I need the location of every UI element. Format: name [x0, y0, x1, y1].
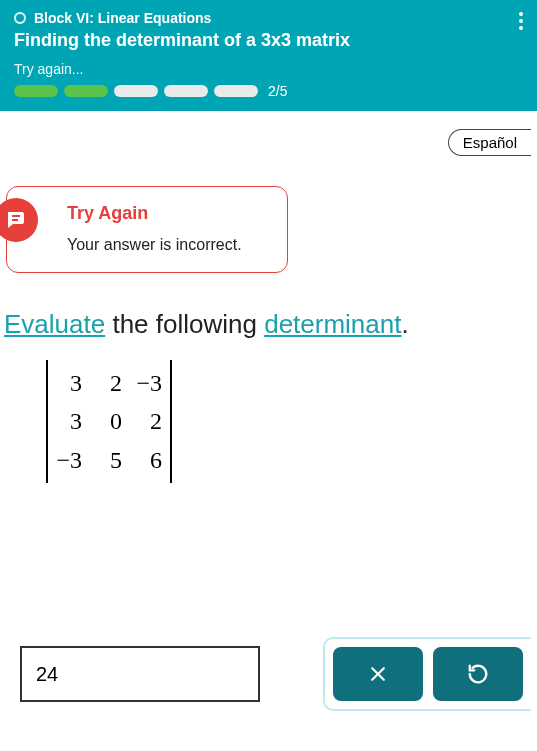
matrix-row: 3 0 2 — [56, 402, 162, 440]
progress-segment — [114, 85, 158, 97]
header-status-text: Try again... — [14, 61, 523, 77]
question-prompt: Evaluate the following determinant. — [0, 309, 537, 340]
prompt-text: the following — [105, 309, 264, 339]
close-icon — [368, 664, 388, 684]
answer-value: 24 — [36, 663, 58, 686]
term-link-evaluate[interactable]: Evaluate — [4, 309, 105, 339]
clear-button[interactable] — [333, 647, 423, 701]
reset-icon — [467, 663, 489, 685]
term-link-determinant[interactable]: determinant — [264, 309, 401, 339]
progress-segment — [64, 85, 108, 97]
feedback-message: Your answer is incorrect. — [67, 236, 265, 254]
block-status-icon — [14, 12, 26, 24]
matrix-cell: −3 — [136, 364, 162, 402]
matrix-cell: 6 — [136, 441, 162, 479]
progress-bar: 2/5 — [14, 83, 523, 99]
progress-count: 2/5 — [268, 83, 287, 99]
lesson-title: Finding the determinant of a 3x3 matrix — [14, 30, 523, 51]
matrix-cell: 5 — [96, 441, 122, 479]
matrix-cell: −3 — [56, 441, 82, 479]
matrix-cell: 3 — [56, 364, 82, 402]
feedback-callout: Try Again Your answer is incorrect. — [0, 186, 537, 273]
block-label: Block VI: Linear Equations — [34, 10, 211, 26]
answer-input[interactable]: 24 — [20, 646, 260, 702]
prompt-tail: . — [401, 309, 408, 339]
matrix-row: −3 5 6 — [56, 441, 162, 479]
matrix-cell: 0 — [96, 402, 122, 440]
determinant-matrix: 3 2 −3 3 0 2 −3 5 6 — [46, 358, 172, 485]
progress-segment — [214, 85, 258, 97]
matrix-cell: 2 — [136, 402, 162, 440]
action-button-group — [323, 637, 531, 711]
matrix-cell: 2 — [96, 364, 122, 402]
feedback-title: Try Again — [67, 203, 265, 224]
language-button[interactable]: Español — [448, 129, 531, 156]
matrix-cell: 3 — [56, 402, 82, 440]
reset-button[interactable] — [433, 647, 523, 701]
progress-segment — [14, 85, 58, 97]
lesson-header: Block VI: Linear Equations Finding the d… — [0, 0, 537, 111]
matrix-row: 3 2 −3 — [56, 364, 162, 402]
block-label-row: Block VI: Linear Equations — [14, 10, 523, 26]
kebab-menu-icon[interactable] — [515, 8, 527, 34]
progress-segment — [164, 85, 208, 97]
